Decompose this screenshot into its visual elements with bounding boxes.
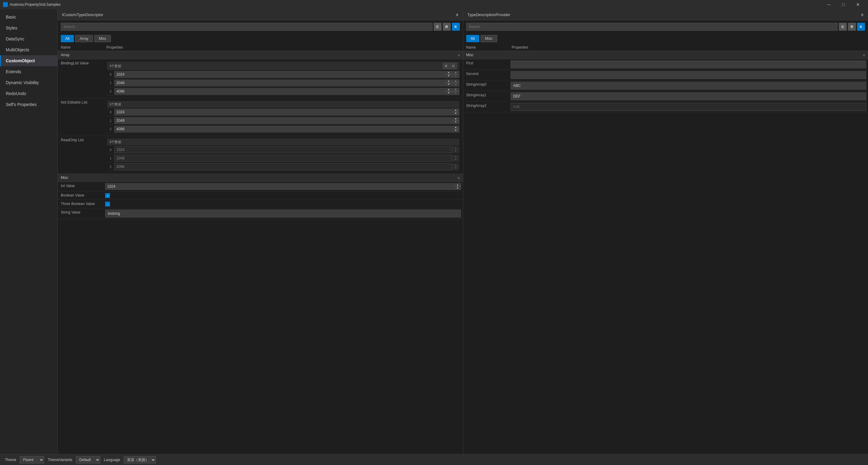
prop-row-readonly: ReadOnly List 3个数据 0 ▲ ▼ (58, 136, 463, 174)
bindinglist-plus-2[interactable]: + (453, 88, 459, 92)
bindinglist-down-2[interactable]: ▼ (445, 92, 452, 95)
left-col-properties: Properties (106, 45, 460, 49)
bindinglist-down-0[interactable]: ▼ (445, 74, 452, 78)
prop-name-noteditable: Not Editable List (58, 98, 103, 106)
intvalue-input[interactable] (105, 183, 454, 190)
intvalue-arrows: ▲ ▼ (454, 183, 461, 190)
bindinglist-up-0[interactable]: ▲ (445, 71, 452, 74)
right-section-misc-header[interactable]: Misc ∧ (463, 51, 868, 59)
right-panel-collapse-button[interactable]: ∧ (861, 12, 864, 17)
right-search-r-button[interactable]: R (848, 23, 856, 31)
noteditable-up-2[interactable]: ▲ (453, 126, 459, 129)
noteditable-down-0[interactable]: ▼ (453, 112, 459, 115)
strarray0-input[interactable] (510, 82, 866, 90)
noteditable-up-0[interactable]: ▲ (453, 109, 459, 112)
left-props-scroll[interactable]: Array ∧ BindingList Value 3个数据 N U (58, 51, 463, 454)
bindinglist-u-button[interactable]: U (450, 63, 457, 69)
left-search-input[interactable] (61, 23, 432, 31)
left-section-misc-header[interactable]: Misc ∧ (58, 174, 463, 182)
prop-name-bindinglist: BindingList Value (58, 59, 103, 67)
noteditable-up-1[interactable]: ▲ (453, 117, 459, 121)
left-panel-collapse-button[interactable]: ∧ (456, 12, 459, 17)
right-prop-row-strarray0: StringArray0 (463, 80, 868, 91)
right-search-c-button[interactable]: C (839, 23, 847, 31)
left-search-k-button[interactable]: K (452, 23, 460, 31)
bindinglist-input-2[interactable] (114, 88, 445, 95)
second-input[interactable] (510, 71, 866, 79)
left-tab-misc[interactable]: Misc (94, 35, 111, 42)
stringvalue-input[interactable] (105, 209, 461, 218)
bindinglist-minus-0[interactable]: − (453, 74, 459, 78)
bindinglist-row-2: 2 ▲ ▼ + − (107, 87, 459, 96)
bindinglist-n-button[interactable]: N (443, 63, 450, 69)
intvalue-up[interactable]: ▲ (454, 183, 461, 187)
prop-value-boolvalue (103, 191, 463, 199)
noteditable-row-2: 2 ▲ ▼ (107, 125, 459, 133)
titlebar: Avalonia.PropertyGrid.Samples ─ □ ✕ (0, 0, 868, 9)
bindinglist-addsub-0: + − (453, 71, 459, 78)
bindinglist-minus-2[interactable]: − (453, 92, 459, 95)
noteditable-down-2[interactable]: ▼ (453, 129, 459, 132)
noteditable-num-list: 3个数据 0 ▲ ▼ 1 (105, 100, 461, 135)
app-icon (3, 2, 8, 7)
content-area: ICustomTypeDescriptor ∧ C R K All Array … (58, 9, 868, 454)
bindinglist-input-1[interactable] (114, 79, 445, 86)
bindinglist-plus-1[interactable]: + (453, 79, 459, 83)
bindinglist-arrows-1: ▲ ▼ (445, 79, 452, 86)
noteditable-row-0: 0 ▲ ▼ (107, 108, 459, 116)
noteditable-input-2[interactable] (114, 126, 452, 132)
sidebar-item-dynamic-visibility[interactable]: Dynamic Visibility (0, 77, 57, 88)
sidebar-item-multiobjects[interactable]: MultiObjects (0, 44, 57, 55)
sidebar-item-basic[interactable]: Basic (0, 11, 57, 23)
left-section-misc-title: Misc (61, 175, 68, 180)
left-tab-array[interactable]: Array (75, 35, 93, 42)
maximize-button[interactable]: □ (836, 0, 850, 9)
left-search-r-button[interactable]: R (443, 23, 451, 31)
prop-row-noteditable: Not Editable List 3个数据 0 ▲ ▼ (58, 98, 463, 136)
prop-value-bindinglist: 3个数据 N U 0 ▲ ▼ (103, 59, 463, 98)
noteditable-input-1[interactable] (114, 117, 452, 124)
left-search-c-button[interactable]: C (434, 23, 442, 31)
theme-variants-select[interactable]: Default Light Dark (76, 456, 100, 463)
bindinglist-row-0: 0 ▲ ▼ + − (107, 70, 459, 79)
bindinglist-input-0[interactable] (114, 71, 445, 78)
minimize-button[interactable]: ─ (822, 0, 836, 9)
right-prop-row-strarray2: StringArray2 (463, 102, 868, 112)
intvalue-down[interactable]: ▼ (454, 187, 461, 190)
readonly-arrows-0: ▲ ▼ (453, 146, 459, 153)
close-button[interactable]: ✕ (851, 0, 865, 9)
noteditable-down-1[interactable]: ▼ (453, 121, 459, 124)
prop-name-threebool: Three Boolean Value (58, 200, 103, 208)
boolvalue-checkbox[interactable] (105, 193, 110, 198)
bindinglist-up-1[interactable]: ▲ (445, 79, 452, 83)
bindinglist-up-2[interactable]: ▲ (445, 88, 452, 92)
prop-row-bindinglist: BindingList Value 3个数据 N U 0 (58, 59, 463, 98)
sidebar-item-redoundo[interactable]: RedoUndo (0, 88, 57, 99)
bindinglist-down-1[interactable]: ▼ (445, 83, 452, 86)
right-tab-misc[interactable]: Misc (480, 35, 497, 42)
language-select[interactable]: 英语（美国） 中文 日本語 (124, 456, 156, 463)
sidebar-item-styles[interactable]: Styles (0, 23, 57, 33)
left-section-array-header[interactable]: Array ∧ (58, 51, 463, 59)
prop-row-threebool: Three Boolean Value (58, 200, 463, 208)
theme-select[interactable]: Fluent Simple (20, 456, 44, 463)
right-panel-title: TypeDescriptionProvider (467, 12, 510, 17)
first-input[interactable] (510, 61, 866, 68)
bindinglist-plus-0[interactable]: + (453, 71, 459, 74)
sidebar-item-customobject[interactable]: CustomObject (0, 55, 57, 66)
sidebar-item-selfs-properties[interactable]: Self's Properties (0, 99, 57, 110)
strarray1-input[interactable] (510, 92, 866, 100)
right-search-k-button[interactable]: K (857, 23, 865, 31)
sidebar-item-extends[interactable]: Extends (0, 66, 57, 77)
right-tab-all[interactable]: All (466, 35, 479, 42)
right-prop-name-second: Second (463, 70, 509, 78)
right-props-scroll[interactable]: Misc ∧ First Second (463, 51, 868, 454)
bindinglist-minus-1[interactable]: − (453, 83, 459, 86)
right-prop-row-first: First (463, 59, 868, 70)
sidebar-item-datasync[interactable]: DataSync (0, 33, 57, 44)
noteditable-input-0[interactable] (114, 109, 452, 115)
titlebar-title: Avalonia.PropertyGrid.Samples (3, 2, 60, 7)
right-search-input[interactable] (466, 23, 838, 31)
left-tab-all[interactable]: All (61, 35, 74, 42)
threebool-checkbox[interactable] (105, 202, 110, 206)
